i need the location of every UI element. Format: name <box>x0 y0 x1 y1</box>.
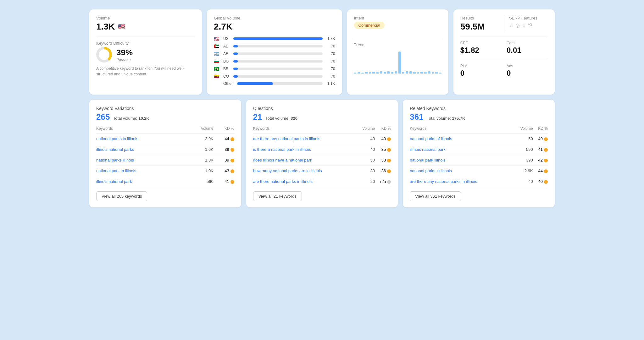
kd-dot-indicator <box>230 159 234 162</box>
country-row: 🇧🇷 BR 70 <box>214 66 335 71</box>
country-code: CO <box>223 74 231 79</box>
table-row: is there a national park in illinois 40 … <box>253 144 391 155</box>
bar-track <box>233 68 323 70</box>
kw-volume: 2.9K <box>186 134 214 144</box>
kw-link[interactable]: national parks illinois <box>96 158 134 162</box>
kw-link[interactable]: are there any national parks in illinois <box>410 179 477 184</box>
kw-kd: 44 <box>533 166 548 176</box>
table-row: are there any national parks in illinois… <box>253 134 391 144</box>
kw-keyword[interactable]: illinois national park <box>96 176 186 187</box>
serp-target-icon: ◎ <box>515 22 520 28</box>
kw-keyword[interactable]: are there national parks in illinois <box>253 176 356 187</box>
country-val: 1.1K <box>325 81 335 86</box>
trend-bar <box>424 72 427 74</box>
q-total: Total volume: 320 <box>265 116 297 121</box>
q-view-btn[interactable]: View all 21 keywords <box>253 191 302 201</box>
intent-badge: Commercial <box>354 22 385 29</box>
trend-bar <box>387 71 390 74</box>
kw-keyword[interactable]: national parks illinois <box>96 155 186 166</box>
kd-dot-indicator <box>387 180 391 184</box>
kw-keyword[interactable]: national parks in illinois <box>410 166 514 176</box>
table-row: how many national parks are in illinois … <box>253 166 391 176</box>
pla-label: PLA <box>460 64 502 68</box>
kw-link[interactable]: national parks in illinois <box>96 136 138 141</box>
kd-percent: 39% <box>116 48 133 58</box>
com-metric: Com. 0.01 <box>507 41 548 55</box>
results-card: Results 59.5M SERP Features ☆ ◎ ☆ +3 CPC <box>453 9 555 95</box>
kw-keyword[interactable]: national park in illinois <box>96 166 186 176</box>
country-code: AE <box>223 44 231 48</box>
kw-volume: 40 <box>356 144 375 155</box>
serp-icons: ☆ ◎ ☆ +3 <box>509 22 548 28</box>
rk-view-btn[interactable]: View all 361 keywords <box>410 191 461 201</box>
kw-volume: 390 <box>514 155 533 166</box>
kw-keyword[interactable]: illinois national park <box>410 144 514 155</box>
bar-track <box>237 82 323 85</box>
trend-bar <box>395 71 397 74</box>
kw-link[interactable]: national park in illinois <box>96 168 136 173</box>
kw-link[interactable]: illinois national park <box>96 179 132 184</box>
kw-link[interactable]: illinois national parks <box>96 147 134 152</box>
kw-link[interactable]: is there a national park in illinois <box>253 147 311 152</box>
rk-total: Total volume: 175.7K <box>427 116 465 121</box>
country-flag: 🇦🇪 <box>214 44 221 49</box>
bar-track <box>233 75 323 78</box>
q-title: Questions <box>253 106 391 111</box>
kw-link[interactable]: national park illinois <box>410 158 445 162</box>
country-val: 1.3K <box>325 36 335 41</box>
kw-link[interactable]: are there national parks in illinois <box>253 179 313 184</box>
trend-bar <box>384 72 386 74</box>
kw-keyword[interactable]: are there any national parks in illinois <box>253 134 356 144</box>
kv-total: Total volume: 10.2K <box>113 116 149 121</box>
kd-section: 39% Possible <box>96 47 195 63</box>
kw-link[interactable]: illinois national park <box>410 147 445 152</box>
kw-keyword[interactable]: national parks of illinois <box>410 134 514 144</box>
kv-count: 265 <box>96 112 110 122</box>
kw-keyword[interactable]: national parks in illinois <box>96 134 186 144</box>
kw-keyword[interactable]: are there any national parks in illinois <box>410 176 514 187</box>
country-row: 🇦🇪 AE 70 <box>214 44 335 49</box>
trend-label: Trend <box>354 42 441 47</box>
kd-dot-indicator <box>230 137 234 141</box>
kw-link[interactable]: are there any national parks in illinois <box>253 136 320 141</box>
table-row: illinois national park 590 41 <box>410 144 548 155</box>
kd-dot-indicator <box>230 148 234 152</box>
kw-keyword[interactable]: does illinois have a national park <box>253 155 356 166</box>
table-row: national park in illinois 1.0K 43 <box>96 166 234 176</box>
kw-keyword[interactable]: national park illinois <box>410 155 514 166</box>
kv-view-btn[interactable]: View all 265 keywords <box>96 191 147 201</box>
trend-bar <box>361 73 364 74</box>
kw-link[interactable]: does illinois have a national park <box>253 158 312 162</box>
kw-volume: 40 <box>356 134 375 144</box>
country-row: 🇧🇬 BG 70 <box>214 59 335 64</box>
kd-dot-indicator <box>230 180 234 184</box>
country-flag: 🇨🇴 <box>214 74 221 79</box>
trend-bar <box>369 72 371 74</box>
country-val: 70 <box>325 74 335 79</box>
cpc-label: CPC <box>460 41 502 45</box>
country-val: 70 <box>325 52 335 56</box>
ads-metric: Ads 0 <box>507 64 548 78</box>
kw-keyword[interactable]: is there a national park in illinois <box>253 144 356 155</box>
volume-label: Volume <box>96 16 195 20</box>
com-label: Com. <box>507 41 548 45</box>
bar-fill <box>237 82 273 85</box>
results-serp-grid: Results 59.5M SERP Features ☆ ◎ ☆ +3 <box>460 16 548 32</box>
kw-kd: 43 <box>214 166 234 176</box>
kw-keyword[interactable]: illinois national parks <box>96 144 186 155</box>
volume-value: 1.3K <box>96 22 115 32</box>
kd-dot-indicator <box>387 137 391 141</box>
kv-col-volume: Volume <box>186 126 214 134</box>
kw-volume: 1.3K <box>186 155 214 166</box>
kd-possible: Possible <box>116 58 133 62</box>
country-row: 🇨🇴 CO 70 <box>214 74 335 79</box>
kw-link[interactable]: national parks in illinois <box>410 168 452 173</box>
kw-link[interactable]: how many national parks are in illinois <box>253 168 322 173</box>
serp-plus: +3 <box>528 22 532 28</box>
trend-bar <box>372 72 375 74</box>
bar-fill <box>233 52 238 55</box>
serp-star-icon: ☆ <box>509 22 514 28</box>
kw-link[interactable]: national parks of illinois <box>410 136 452 141</box>
trend-bar <box>439 73 441 74</box>
kw-keyword[interactable]: how many national parks are in illinois <box>253 166 356 176</box>
